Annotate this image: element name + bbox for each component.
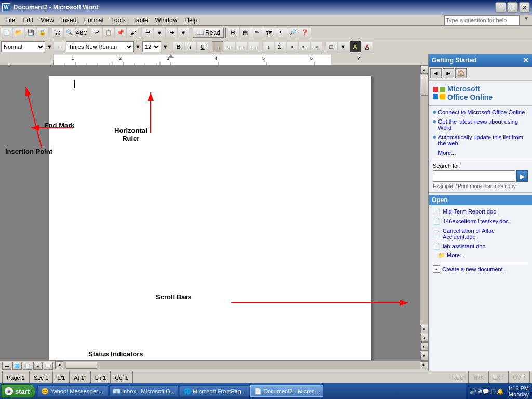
show-hide-button[interactable]: ¶ — [275, 27, 287, 38]
format-painter-button[interactable]: 🖌 — [127, 27, 138, 38]
align-center-button[interactable]: ≡ — [224, 41, 235, 52]
h-scroll-track[interactable] — [63, 361, 420, 369]
h-scroll-thumb[interactable] — [66, 362, 97, 369]
print-button[interactable]: 🖨 — [52, 27, 63, 38]
scroll-left-button[interactable]: ◄ — [55, 361, 63, 369]
menu-help[interactable]: Help — [181, 16, 201, 25]
reading-view-button[interactable]: 📖 — [44, 362, 53, 370]
bold-button[interactable]: B — [173, 41, 184, 52]
font-color-button[interactable]: A — [362, 41, 373, 52]
close-button[interactable]: ✕ — [519, 2, 530, 13]
underline-button[interactable]: U — [197, 41, 208, 52]
panel-back-button[interactable]: ◄ — [430, 68, 442, 78]
minimize-button[interactable]: – — [495, 2, 506, 13]
next-object-button[interactable]: ► — [420, 342, 429, 351]
table-button[interactable]: ⊞ — [228, 27, 239, 38]
paste-button[interactable]: 📌 — [115, 27, 126, 38]
document-map-button[interactable]: 🗺 — [263, 27, 275, 38]
style-dropdown[interactable]: ▼ — [46, 44, 54, 50]
menu-format[interactable]: Format — [81, 16, 107, 25]
redo-dropdown-button[interactable]: ▼ — [178, 27, 189, 38]
taskbar-outlook-inbox[interactable]: 📧 Inbox - Microsoft O... — [109, 385, 179, 397]
taskbar-word-document[interactable]: 📄 Document2 - Micros... — [250, 385, 323, 397]
drawing-button[interactable]: ✏ — [251, 27, 263, 38]
file-link-1[interactable]: 📄 Mid-Term Report.doc — [433, 207, 528, 216]
search-go-button[interactable]: ▶ — [516, 170, 528, 182]
bullets-button[interactable]: • — [287, 41, 298, 52]
panel-forward-button[interactable]: ► — [443, 68, 454, 78]
menu-window[interactable]: Window — [152, 16, 181, 25]
menu-table[interactable]: Table — [130, 16, 151, 25]
normal-view-button[interactable]: ▬ — [2, 362, 11, 370]
scroll-down-button[interactable]: ▼ — [420, 352, 429, 360]
style-menu-button[interactable]: ≡ — [54, 41, 65, 52]
menu-tools[interactable]: Tools — [108, 16, 129, 25]
permission-button[interactable]: 🔒 — [37, 27, 48, 38]
size-select[interactable]: 12 — [142, 41, 161, 52]
undo-button[interactable]: ↩ — [142, 27, 153, 38]
panel-link-update[interactable]: Automatically update this list from the … — [433, 134, 528, 147]
vertical-scrollbar[interactable]: ▲ ● ◄ ► ▼ — [420, 65, 428, 360]
open-button[interactable]: 📂 — [13, 27, 24, 38]
print-preview-button[interactable]: 🔍 — [64, 27, 75, 38]
print-layout-button[interactable]: 📄 — [23, 362, 32, 370]
size-dropdown[interactable]: ▼ — [162, 44, 169, 50]
font-select[interactable]: Times New Roman — [66, 41, 134, 52]
outside-border-button[interactable]: □ — [326, 41, 337, 52]
scroll-up-button[interactable]: ▲ — [420, 65, 429, 74]
save-button[interactable]: 💾 — [25, 27, 36, 38]
zoom-button[interactable]: 🔎 — [287, 27, 299, 38]
taskbar-yahoo-messenger[interactable]: 😊 Yahoo! Messenger ... — [37, 385, 108, 397]
document-content[interactable]: End Mark HorizontalRuler Insertion Point… — [0, 65, 420, 360]
prev-object-button[interactable]: ◄ — [420, 334, 429, 342]
decrease-indent-button[interactable]: ⇤ — [299, 41, 310, 52]
menu-view[interactable]: View — [37, 16, 57, 25]
cut-button[interactable]: ✂ — [91, 27, 102, 38]
help-button[interactable]: ❓ — [299, 27, 311, 38]
menu-edit[interactable]: Edit — [19, 16, 36, 25]
outline-view-button[interactable]: ≡ — [33, 362, 43, 370]
document-scroll-area[interactable]: End Mark HorizontalRuler Insertion Point… — [0, 65, 428, 360]
numbering-button[interactable]: 1. — [275, 41, 286, 52]
scroll-right-button[interactable]: ► — [420, 361, 428, 369]
document-page[interactable] — [49, 76, 371, 360]
help-search-input[interactable] — [444, 15, 520, 25]
font-dropdown[interactable]: ▼ — [134, 44, 142, 50]
spell-check-button[interactable]: ABC — [76, 27, 87, 38]
start-button[interactable]: ⊞ start — [1, 384, 35, 398]
panel-home-button[interactable]: 🏠 — [455, 68, 467, 78]
panel-links-more[interactable]: More... — [438, 150, 528, 156]
maximize-button[interactable]: □ — [507, 2, 518, 13]
panel-search-input[interactable] — [433, 170, 515, 182]
read-button[interactable]: 📖 Read — [193, 28, 224, 38]
highlight-button[interactable]: A — [350, 41, 361, 52]
file-link-4[interactable]: 📄 lab assistant.doc — [433, 242, 528, 250]
line-spacing-button[interactable]: ↕ — [263, 41, 274, 52]
file-link-2[interactable]: 📄 146excelform1testkey.doc — [433, 217, 528, 225]
copy-button[interactable]: 📋 — [103, 27, 114, 38]
panel-close-button[interactable]: ✕ — [523, 56, 529, 64]
align-right-button[interactable]: ≡ — [236, 41, 247, 52]
scroll-thumb[interactable] — [421, 75, 428, 96]
increase-indent-button[interactable]: ⇥ — [311, 41, 322, 52]
panel-link-news[interactable]: Get the latest news about using Word — [433, 118, 528, 131]
horizontal-scrollbar[interactable]: ◄ ► — [55, 361, 428, 369]
columns-button[interactable]: ▤ — [240, 27, 251, 38]
redo-button[interactable]: ↪ — [166, 27, 177, 38]
create-new-document[interactable]: + Create a new document... — [433, 262, 528, 273]
align-left-button[interactable]: ≡ — [212, 41, 223, 52]
taskbar-frontpage[interactable]: 🌐 Microsoft FrontPag... — [180, 385, 249, 397]
menu-insert[interactable]: Insert — [58, 16, 80, 25]
panel-link-connect[interactable]: Connect to Microsoft Office Online — [433, 109, 528, 115]
scroll-track[interactable] — [420, 74, 429, 324]
style-select[interactable]: Normal — [1, 41, 45, 52]
file-link-3[interactable]: 📄 Cancellation of Aflac Accident.doc — [433, 227, 528, 241]
open-more[interactable]: 📁 More... — [438, 252, 528, 259]
select-browse-object-button[interactable]: ● — [420, 325, 429, 333]
border-dropdown-button[interactable]: ▼ — [338, 41, 349, 52]
justify-button[interactable]: ≡ — [248, 41, 259, 52]
undo-dropdown-button[interactable]: ▼ — [154, 27, 165, 38]
menu-file[interactable]: File — [2, 16, 18, 25]
italic-button[interactable]: I — [185, 41, 196, 52]
web-layout-button[interactable]: 🌐 — [12, 362, 22, 370]
